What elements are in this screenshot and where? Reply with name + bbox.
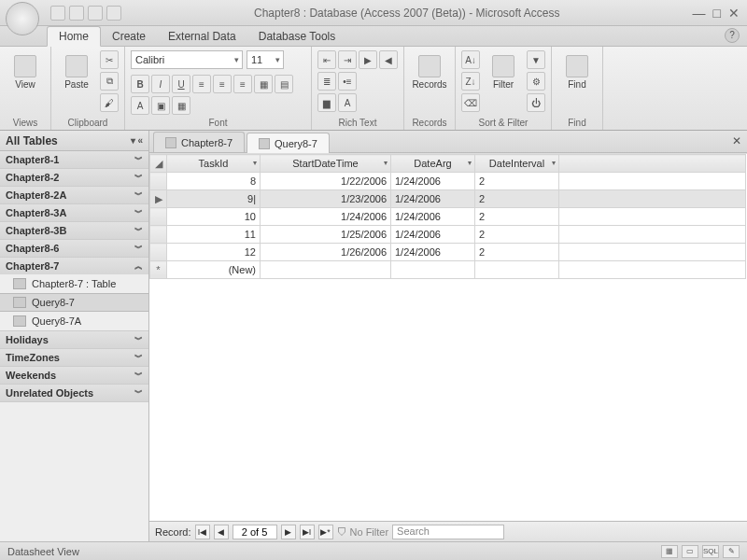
datasheet-view-icon[interactable]: ▦: [661, 545, 678, 558]
cell-taskid[interactable]: 12: [167, 244, 261, 261]
numbering-icon[interactable]: ≣: [317, 72, 336, 91]
qat-save-icon[interactable]: [50, 6, 65, 21]
row-selector[interactable]: [150, 208, 167, 226]
nav-group-header[interactable]: Chapter8-7︽: [0, 258, 148, 274]
column-dropdown-icon[interactable]: ▾: [384, 159, 388, 167]
nav-group-header[interactable]: Holidays︾: [0, 331, 148, 348]
table-row[interactable]: 101/24/20061/24/20062: [150, 208, 746, 226]
nav-first-icon[interactable]: I◀: [195, 525, 210, 539]
align-left-button[interactable]: ≡: [192, 75, 211, 93]
rtl-icon[interactable]: ◀: [379, 50, 398, 69]
nav-last-icon[interactable]: ▶I: [300, 525, 315, 539]
nav-item[interactable]: Query8-7: [0, 293, 148, 312]
datasheet-grid[interactable]: ◢TaskId▾StartDateTime▾DateArg▾DateInterv…: [149, 153, 747, 521]
column-header[interactable]: DateInterval▾: [475, 155, 559, 173]
bold-button[interactable]: B: [131, 75, 149, 93]
view-button[interactable]: View: [6, 50, 45, 94]
gridline-color-button[interactable]: ▦: [172, 96, 190, 115]
cell-startdatetime[interactable]: 1/22/2006: [261, 173, 391, 190]
cell-startdatetime[interactable]: 1/26/2006: [261, 244, 391, 261]
tab-close-icon[interactable]: ✕: [732, 134, 741, 147]
column-header[interactable]: StartDateTime▾: [261, 155, 391, 173]
find-button[interactable]: Find: [557, 50, 597, 94]
nav-next-icon[interactable]: ▶: [281, 525, 296, 539]
cell-datearg[interactable]: 1/24/2006: [391, 208, 475, 226]
nav-group-header[interactable]: Chapter8-3B︾: [0, 222, 148, 239]
design-view-icon[interactable]: ✎: [723, 545, 740, 558]
nav-group-header[interactable]: Unrelated Objects︾: [0, 385, 148, 401]
bullets-icon[interactable]: •≡: [338, 72, 357, 91]
new-row[interactable]: *(New): [150, 261, 746, 279]
format-painter-icon[interactable]: 🖌: [100, 93, 119, 112]
toggle-filter-icon[interactable]: ⏻: [527, 93, 545, 112]
clear-sort-icon[interactable]: ⌫: [461, 93, 480, 112]
gridlines-button[interactable]: ▦: [254, 75, 273, 93]
cell-datearg[interactable]: 1/24/2006: [391, 244, 475, 261]
cell-startdatetime[interactable]: 1/24/2006: [261, 208, 391, 226]
font-color-button[interactable]: A: [131, 96, 149, 115]
tab-home[interactable]: Home: [47, 26, 101, 47]
cell-datearg[interactable]: 1/24/2006: [391, 173, 475, 190]
tab-create[interactable]: Create: [101, 27, 157, 46]
ltr-icon[interactable]: ▶: [359, 50, 377, 69]
cell-startdatetime[interactable]: 1/23/2006: [261, 190, 391, 208]
underline-button[interactable]: U: [172, 75, 190, 93]
filter-button[interactable]: Filter: [484, 50, 523, 94]
sort-desc-icon[interactable]: Z↓: [461, 72, 480, 91]
document-tab[interactable]: Query8-7: [247, 133, 330, 153]
nav-group-header[interactable]: Weekends︾: [0, 367, 148, 384]
cell-taskid[interactable]: 8: [167, 173, 261, 190]
align-right-button[interactable]: ≡: [233, 75, 252, 93]
increase-indent-icon[interactable]: ⇥: [338, 50, 357, 69]
column-dropdown-icon[interactable]: ▾: [468, 159, 472, 167]
align-center-button[interactable]: ≡: [213, 75, 232, 93]
font-name-combo[interactable]: Calibri: [131, 50, 243, 69]
nav-group-header[interactable]: Chapter8-2A︾: [0, 187, 148, 203]
paste-button[interactable]: Paste: [57, 50, 96, 94]
qat-redo-icon[interactable]: [106, 6, 121, 21]
tab-database-tools[interactable]: Database Tools: [247, 27, 347, 46]
cell-datearg[interactable]: 1/24/2006: [391, 190, 475, 208]
new-row-selector[interactable]: *: [150, 261, 167, 279]
records-button[interactable]: Records: [410, 50, 449, 94]
form-view-icon[interactable]: ▭: [682, 545, 698, 558]
font-size-combo[interactable]: 11: [247, 50, 284, 69]
row-selector[interactable]: [150, 173, 167, 190]
row-selector[interactable]: [150, 226, 167, 244]
nav-prev-icon[interactable]: ◀: [214, 525, 229, 539]
decrease-indent-icon[interactable]: ⇤: [317, 50, 336, 69]
cut-icon[interactable]: ✂: [100, 50, 119, 69]
minimize-button[interactable]: —: [693, 6, 706, 21]
italic-button[interactable]: I: [151, 75, 170, 93]
nav-group-header[interactable]: Chapter8-2︾: [0, 169, 148, 186]
qat-undo-icon[interactable]: [88, 6, 103, 21]
fill-color-button[interactable]: ▣: [151, 96, 170, 115]
cell-startdatetime[interactable]: 1/25/2006: [261, 226, 391, 244]
help-icon[interactable]: ?: [725, 28, 740, 43]
cell-dateinterval[interactable]: 2: [475, 190, 559, 208]
highlight-icon[interactable]: ▆: [317, 93, 336, 112]
nav-item[interactable]: Chapter8-7 : Table: [0, 274, 148, 293]
nofilter-indicator[interactable]: ⛉ No Filter: [337, 526, 389, 538]
row-selector[interactable]: [150, 244, 167, 261]
nav-group-header[interactable]: Chapter8-1︾: [0, 151, 148, 168]
qat-print-icon[interactable]: [69, 6, 84, 21]
tab-external-data[interactable]: External Data: [157, 27, 247, 46]
record-search-input[interactable]: Search: [392, 525, 504, 539]
navpane-header[interactable]: All Tables ▾ «: [0, 131, 148, 151]
table-row[interactable]: 121/26/20061/24/20062: [150, 244, 746, 261]
sort-asc-icon[interactable]: A↓: [461, 50, 480, 69]
row-selector[interactable]: ▶: [150, 190, 167, 208]
nav-item[interactable]: Query8-7A: [0, 312, 148, 330]
restore-button[interactable]: □: [713, 6, 721, 21]
column-header[interactable]: DateArg▾: [391, 155, 475, 173]
nav-new-icon[interactable]: ▶*: [318, 525, 333, 539]
column-dropdown-icon[interactable]: ▾: [552, 159, 556, 167]
altrow-button[interactable]: ▤: [275, 75, 293, 93]
nav-group-header[interactable]: Chapter8-6︾: [0, 240, 148, 257]
close-button[interactable]: ✕: [728, 6, 740, 21]
navpane-dropdown-icon[interactable]: ▾ «: [131, 135, 143, 146]
cell-dateinterval[interactable]: 2: [475, 244, 559, 261]
advanced-filter-icon[interactable]: ⚙: [527, 72, 545, 91]
cell-dateinterval[interactable]: 2: [475, 226, 559, 244]
